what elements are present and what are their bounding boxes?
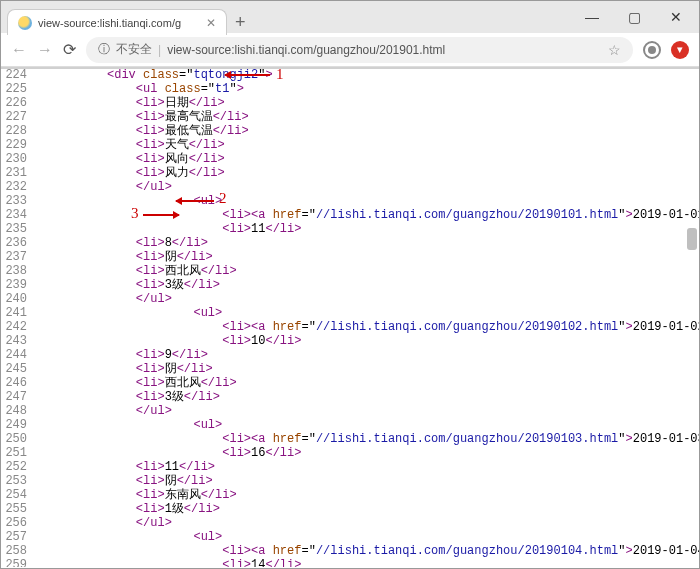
source-code[interactable]: <li>风向</li> bbox=[35, 152, 699, 166]
source-code[interactable]: <li>阴</li> bbox=[35, 474, 699, 488]
source-line: 251 <li>16</li> bbox=[1, 446, 699, 460]
info-icon[interactable]: ⓘ bbox=[98, 41, 110, 58]
line-number: 257 bbox=[1, 530, 35, 544]
source-code[interactable]: </ul> bbox=[35, 180, 699, 194]
source-code[interactable]: <div class="tqtongji2"> bbox=[35, 68, 699, 82]
maximize-button[interactable]: ▢ bbox=[613, 3, 655, 31]
browser-tab[interactable]: view-source:lishi.tianqi.com/g ✕ bbox=[7, 9, 227, 35]
source-code[interactable]: <li>天气</li> bbox=[35, 138, 699, 152]
source-line: 247 <li>3级</li> bbox=[1, 390, 699, 404]
source-code[interactable]: <li>1级</li> bbox=[35, 502, 699, 516]
source-code[interactable]: <li>最低气温</li> bbox=[35, 124, 699, 138]
line-number: 249 bbox=[1, 418, 35, 432]
source-line: 245 <li>阴</li> bbox=[1, 362, 699, 376]
line-number: 253 bbox=[1, 474, 35, 488]
line-number: 258 bbox=[1, 544, 35, 558]
source-line: 237 <li>阴</li> bbox=[1, 250, 699, 264]
line-number: 231 bbox=[1, 166, 35, 180]
insecure-badge: 不安全 bbox=[116, 41, 152, 58]
source-code[interactable]: <li>8</li> bbox=[35, 236, 699, 250]
source-line: 249 <ul> bbox=[1, 418, 699, 432]
line-number: 243 bbox=[1, 334, 35, 348]
new-tab-button[interactable]: + bbox=[235, 13, 246, 31]
source-line: 258 <li><a href="//lishi.tianqi.com/guan… bbox=[1, 544, 699, 558]
source-code[interactable]: </ul> bbox=[35, 292, 699, 306]
source-line: 235 <li>11</li> bbox=[1, 222, 699, 236]
source-code[interactable]: <li><a href="//lishi.tianqi.com/guangzho… bbox=[35, 208, 699, 222]
line-number: 245 bbox=[1, 362, 35, 376]
source-code[interactable]: <li>西北风</li> bbox=[35, 376, 699, 390]
source-code[interactable]: <li>10</li> bbox=[35, 334, 699, 348]
source-code[interactable]: <ul> bbox=[35, 306, 699, 320]
bookmark-icon[interactable]: ☆ bbox=[608, 42, 621, 58]
line-number: 227 bbox=[1, 110, 35, 124]
line-number: 225 bbox=[1, 82, 35, 96]
source-line: 252 <li>11</li> bbox=[1, 460, 699, 474]
source-line: 227 <li>最高气温</li> bbox=[1, 110, 699, 124]
source-line: 231 <li>风力</li> bbox=[1, 166, 699, 180]
view-source-pane[interactable]: 1 2 3 224 <div class="tqtongji2">225 <ul… bbox=[1, 67, 699, 567]
profile-avatar-icon[interactable] bbox=[643, 41, 661, 59]
source-code[interactable]: <li>风力</li> bbox=[35, 166, 699, 180]
source-code[interactable]: <li>东南风</li> bbox=[35, 488, 699, 502]
source-code[interactable]: </ul> bbox=[35, 404, 699, 418]
source-line: 255 <li>1级</li> bbox=[1, 502, 699, 516]
source-code[interactable]: <li>16</li> bbox=[35, 446, 699, 460]
source-code[interactable]: <li>阴</li> bbox=[35, 250, 699, 264]
forward-button[interactable]: → bbox=[37, 41, 53, 59]
line-number: 236 bbox=[1, 236, 35, 250]
source-code[interactable]: <li><a href="//lishi.tianqi.com/guangzho… bbox=[35, 544, 699, 558]
line-number: 248 bbox=[1, 404, 35, 418]
source-line: 259 <li>14</li> bbox=[1, 558, 699, 567]
source-line: 238 <li>西北风</li> bbox=[1, 264, 699, 278]
line-number: 247 bbox=[1, 390, 35, 404]
extension-icon[interactable]: ▾ bbox=[671, 41, 689, 59]
line-number: 246 bbox=[1, 376, 35, 390]
source-code[interactable]: <ul> bbox=[35, 530, 699, 544]
address-bar[interactable]: ⓘ 不安全 | view-source:lishi.tianqi.com/gua… bbox=[86, 37, 633, 63]
source-line: 226 <li>日期</li> bbox=[1, 96, 699, 110]
source-code[interactable]: <ul> bbox=[35, 418, 699, 432]
line-number: 226 bbox=[1, 96, 35, 110]
tab-close-icon[interactable]: ✕ bbox=[206, 16, 216, 30]
line-number: 256 bbox=[1, 516, 35, 530]
source-code[interactable]: <li>11</li> bbox=[35, 222, 699, 236]
reload-button[interactable]: ⟳ bbox=[63, 40, 76, 59]
source-code[interactable]: <li>日期</li> bbox=[35, 96, 699, 110]
source-code[interactable]: <ul> bbox=[35, 194, 699, 208]
source-line: 239 <li>3级</li> bbox=[1, 278, 699, 292]
browser-tabbar: view-source:lishi.tianqi.com/g ✕ + bbox=[7, 9, 246, 35]
source-code[interactable]: <li>14</li> bbox=[35, 558, 699, 567]
source-code[interactable]: <li>3级</li> bbox=[35, 278, 699, 292]
minimize-button[interactable]: — bbox=[571, 3, 613, 31]
source-code[interactable]: <li>11</li> bbox=[35, 460, 699, 474]
url-text: view-source:lishi.tianqi.com/guangzhou/2… bbox=[167, 43, 445, 57]
annotation-arrow-3 bbox=[143, 214, 179, 216]
source-line: 246 <li>西北风</li> bbox=[1, 376, 699, 390]
source-code[interactable]: <li>阴</li> bbox=[35, 362, 699, 376]
annotation-arrow-1 bbox=[225, 74, 270, 76]
back-button[interactable]: ← bbox=[11, 41, 27, 59]
line-number: 233 bbox=[1, 194, 35, 208]
source-line: 253 <li>阴</li> bbox=[1, 474, 699, 488]
source-line: 232 </ul> bbox=[1, 180, 699, 194]
source-code[interactable]: <li>3级</li> bbox=[35, 390, 699, 404]
source-line: 254 <li>东南风</li> bbox=[1, 488, 699, 502]
source-code[interactable]: <ul class="t1"> bbox=[35, 82, 699, 96]
source-code[interactable]: <li>最高气温</li> bbox=[35, 110, 699, 124]
line-number: 251 bbox=[1, 446, 35, 460]
line-number: 250 bbox=[1, 432, 35, 446]
source-code[interactable]: </ul> bbox=[35, 516, 699, 530]
browser-toolbar: ← → ⟳ ⓘ 不安全 | view-source:lishi.tianqi.c… bbox=[1, 33, 699, 67]
source-line: 230 <li>风向</li> bbox=[1, 152, 699, 166]
source-line: 229 <li>天气</li> bbox=[1, 138, 699, 152]
source-line: 228 <li>最低气温</li> bbox=[1, 124, 699, 138]
source-code[interactable]: <li><a href="//lishi.tianqi.com/guangzho… bbox=[35, 432, 699, 446]
source-line: 233 <ul> bbox=[1, 194, 699, 208]
source-line: 242 <li><a href="//lishi.tianqi.com/guan… bbox=[1, 320, 699, 334]
source-code[interactable]: <li>西北风</li> bbox=[35, 264, 699, 278]
source-code[interactable]: <li>9</li> bbox=[35, 348, 699, 362]
source-code[interactable]: <li><a href="//lishi.tianqi.com/guangzho… bbox=[35, 320, 699, 334]
close-button[interactable]: ✕ bbox=[655, 3, 697, 31]
vertical-scrollbar-thumb[interactable] bbox=[687, 228, 697, 250]
